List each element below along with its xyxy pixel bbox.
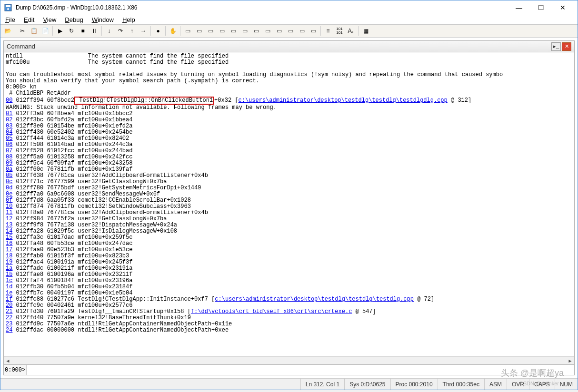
- scroll-left-icon[interactable]: ◄: [4, 357, 12, 364]
- hand-icon[interactable]: ✋: [168, 26, 178, 36]
- minimize-button[interactable]: —: [508, 0, 530, 15]
- window4-icon[interactable]: ▭: [217, 26, 227, 36]
- status-ovr: OVR: [507, 379, 529, 390]
- command-header: Command ▸_ ✕: [4, 41, 574, 52]
- window8-icon[interactable]: ▭: [262, 26, 273, 36]
- command-title: Command: [7, 43, 35, 50]
- go-icon[interactable]: ▶: [55, 26, 65, 36]
- status-proc: Proc 000:2010: [390, 379, 438, 390]
- binary-icon[interactable]: 101101: [334, 26, 345, 36]
- command-panel: Command ▸_ ✕ ntdll The system cannot fin…: [3, 40, 575, 375]
- copy-icon[interactable]: 📋: [29, 26, 39, 36]
- statusbar: Ln 312, Col 1 Sys 0:D:\0625 Proc 000:201…: [0, 378, 578, 390]
- window5-icon[interactable]: ▭: [228, 26, 239, 36]
- window12-icon[interactable]: ▭: [308, 26, 319, 36]
- status-thrd: Thrd 000:35ec: [438, 379, 484, 390]
- maximize-button[interactable]: ☐: [530, 0, 552, 15]
- svg-rect-1: [6, 5, 10, 7]
- window9-icon[interactable]: ▭: [274, 26, 284, 36]
- source-icon[interactable]: ≡: [323, 26, 333, 36]
- status-num: NUM: [555, 379, 578, 390]
- titlebar: Dump D:\0625.dmp - WinDbg:10.0.18362.1 X…: [0, 0, 578, 15]
- breakpoint-icon[interactable]: ●: [153, 26, 163, 36]
- command-input-row: 0:000>: [4, 364, 574, 375]
- menu-edit[interactable]: Edit: [24, 16, 34, 23]
- window-title: Dump D:\0625.dmp - WinDbg:10.0.18362.1 X…: [16, 4, 508, 11]
- break-icon[interactable]: ⏸: [89, 26, 100, 36]
- panel-close-icon[interactable]: ✕: [562, 42, 571, 51]
- command-input[interactable]: [27, 367, 574, 373]
- menu-file[interactable]: File: [5, 16, 15, 23]
- menu-window[interactable]: Window: [92, 16, 114, 23]
- window11-icon[interactable]: ▭: [297, 26, 307, 36]
- close-button[interactable]: ✕: [552, 0, 574, 15]
- scroll-right-icon[interactable]: ►: [566, 357, 574, 364]
- run-to-cursor-icon[interactable]: →: [138, 26, 149, 36]
- restart-icon[interactable]: ↻: [66, 26, 77, 36]
- window3-icon[interactable]: ▭: [205, 26, 216, 36]
- paste-icon[interactable]: 📄: [40, 26, 50, 36]
- options-icon[interactable]: ▦: [360, 26, 371, 36]
- window2-icon[interactable]: ▭: [194, 26, 204, 36]
- step-into-icon[interactable]: ↓: [104, 26, 114, 36]
- status-ln: Ln 312, Col 1: [300, 379, 344, 390]
- step-over-icon[interactable]: ↷: [115, 26, 126, 36]
- app-icon: [4, 4, 12, 11]
- window7-icon[interactable]: ▭: [251, 26, 261, 36]
- toolbar: 📂 ✂ 📋 📄 ▶ ↻ ■ ⏸ ↓ ↷ ↑ → ● ✋ ▭ ▭ ▭ ▭ ▭ ▭ …: [0, 24, 578, 38]
- menu-help[interactable]: Help: [122, 16, 135, 23]
- cut-icon[interactable]: ✂: [17, 26, 28, 36]
- status-asm: ASM: [484, 379, 507, 390]
- panel-menu-icon[interactable]: ▸_: [551, 42, 561, 51]
- step-out-icon[interactable]: ↑: [127, 26, 137, 36]
- svg-point-2: [7, 8, 9, 10]
- window6-icon[interactable]: ▭: [239, 26, 250, 36]
- command-prompt: 0:000>: [4, 365, 27, 375]
- command-output[interactable]: ntdll The system cannot find the file sp…: [4, 52, 574, 356]
- horizontal-scrollbar[interactable]: ◄ ►: [4, 356, 574, 364]
- menu-view[interactable]: View: [43, 16, 56, 23]
- menubar: File Edit View Debug Window Help: [0, 15, 578, 24]
- status-sys: Sys 0:D:\0625: [344, 379, 390, 390]
- font-icon[interactable]: Aₐ: [346, 26, 356, 36]
- window10-icon[interactable]: ▭: [285, 26, 296, 36]
- stop-icon[interactable]: ■: [78, 26, 88, 36]
- open-icon[interactable]: 📂: [2, 26, 13, 36]
- menu-debug[interactable]: Debug: [65, 16, 83, 23]
- window1-icon[interactable]: ▭: [182, 26, 193, 36]
- status-caps: CAPS: [529, 379, 555, 390]
